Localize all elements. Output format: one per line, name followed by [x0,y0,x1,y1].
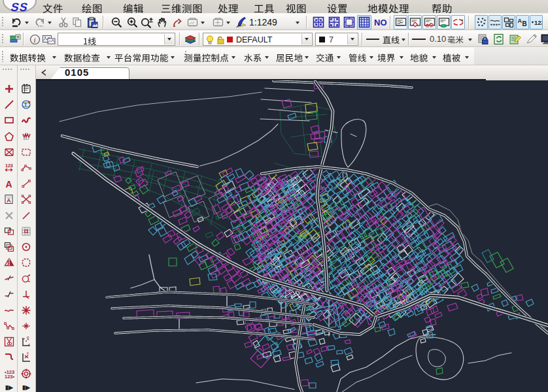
svg-text:A: A [6,179,12,189]
svg-text:B: B [522,20,527,27]
svg-text:A: A [7,197,11,204]
svg-text:X: X [27,351,29,355]
svg-text:i: i [33,36,35,44]
svg-text:123•: 123• [5,374,15,380]
svg-text:A: A [518,18,522,24]
svg-text:123: 123 [5,163,13,168]
svg-text:123: 123 [534,19,542,26]
svg-text:P: P [27,336,29,340]
svg-text:T: T [24,103,27,107]
svg-text:NO: NO [374,18,387,27]
